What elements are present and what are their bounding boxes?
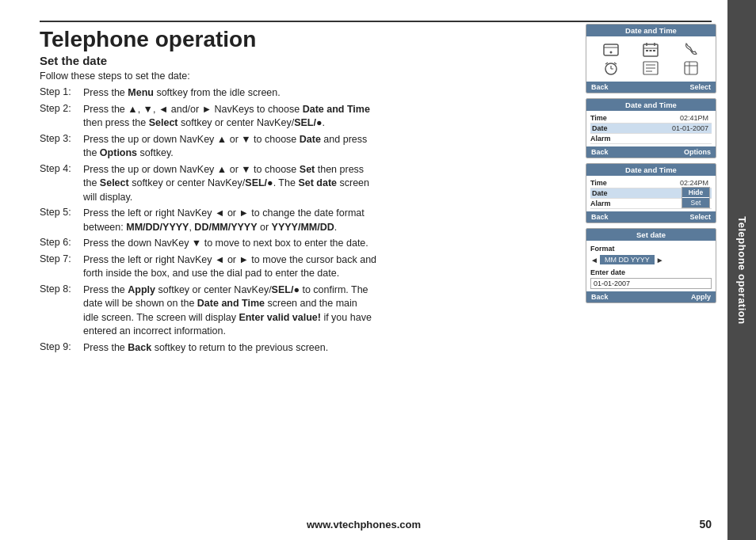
icon-cell-settings: [672, 60, 710, 76]
step-label: Step 6:: [40, 237, 83, 248]
screen3-body: Time 02:24PM Date Hide Set Alarm: [586, 176, 716, 211]
screen4-back[interactable]: Back: [591, 293, 609, 301]
ui-panel: Date and Time: [586, 24, 716, 303]
step-label: Step 4:: [40, 163, 83, 174]
screen1-mockup: Date and Time: [586, 24, 716, 93]
screen1-back[interactable]: Back: [591, 83, 609, 91]
screen4-apply[interactable]: Apply: [691, 293, 711, 301]
dt3-date-row: Date Hide Set: [590, 188, 712, 199]
dt3-time-value: 02:24PM: [680, 179, 708, 187]
icon-cell-phone: [592, 42, 630, 58]
icon-cell-list: [632, 60, 670, 76]
dropdown-set[interactable]: Set: [682, 198, 709, 207]
step-label: Step 5:: [40, 207, 83, 218]
sidebar-tab: Telephone operation: [727, 0, 756, 540]
dropdown-hide[interactable]: Hide: [682, 188, 709, 197]
step-text: Press the ▲, ▼, ◄ and/or ► NavKeys to ch…: [83, 103, 370, 131]
step-label: Step 3:: [40, 133, 83, 144]
step-text: Press the Menu softkey from the idle scr…: [83, 86, 281, 101]
step-label: Step 7:: [40, 253, 83, 264]
svg-rect-19: [685, 62, 697, 74]
svg-rect-7: [646, 50, 648, 51]
screen4-mockup: Set date Format ◄ MM DD YYYY ► Enter dat…: [586, 228, 716, 303]
screen2-back[interactable]: Back: [591, 148, 609, 156]
dt-time-value: 02:41PM: [680, 114, 708, 122]
screen1-body: [586, 36, 716, 82]
screen4-body: Format ◄ MM DD YYYY ► Enter date 01-01-2…: [586, 241, 716, 291]
dt3-date-label: Date: [592, 189, 622, 197]
page-number: 50: [699, 518, 712, 530]
dt-date-row: Date 01-01-2007: [590, 124, 712, 134]
format-row: ◄ MM DD YYYY ►: [590, 253, 712, 266]
screen3-back[interactable]: Back: [591, 213, 609, 221]
screen2-footer: Back Options: [586, 146, 716, 158]
screen3-select[interactable]: Select: [689, 213, 711, 221]
icon-cell-calendar: [632, 42, 670, 58]
right-arrow-icon[interactable]: ►: [656, 256, 664, 264]
screen3-footer: Back Select: [586, 211, 716, 222]
screen1-footer: Back Select: [586, 82, 716, 93]
svg-rect-0: [604, 44, 618, 55]
step-text: Press the down NavKey ▼ to move to next …: [83, 237, 368, 251]
svg-rect-8: [650, 50, 652, 51]
dropdown-menu: Hide Set: [682, 187, 710, 208]
screen2-header: Date and Time: [586, 99, 716, 111]
step-text: Press the Back softkey to return to the …: [83, 341, 328, 356]
dt-date-value: 01-01-2007: [672, 124, 708, 132]
dt-alarm-label: Alarm: [590, 135, 620, 143]
step-label: Step 2:: [40, 103, 83, 114]
step-label: Step 8:: [40, 283, 83, 295]
screen1-select[interactable]: Select: [689, 83, 711, 91]
step-label: Step 9:: [40, 341, 83, 352]
svg-rect-9: [653, 50, 655, 51]
screen3-header: Date and Time: [586, 164, 716, 176]
icon-grid: [590, 39, 712, 79]
enter-date-box[interactable]: 01-01-2007: [590, 278, 712, 289]
format-value: MM DD YYYY: [600, 255, 655, 264]
screen4-footer: Back Apply: [586, 291, 716, 302]
dt3-alarm-label: Alarm: [590, 200, 620, 207]
dt3-time-label: Time: [590, 179, 620, 187]
step-text: Press the up or down NavKey ▲ or ▼ to ch…: [83, 133, 367, 161]
enter-date-label: Enter date: [590, 268, 712, 276]
sidebar-label: Telephone operation: [736, 216, 748, 324]
screen1-header: Date and Time: [586, 25, 716, 36]
dt-date-label: Date: [592, 124, 622, 132]
format-label: Format: [590, 243, 712, 253]
icon-cell-alarm: [592, 60, 630, 76]
svg-point-2: [609, 51, 612, 54]
step-label: Step 1:: [40, 86, 83, 97]
dt-time-label: Time: [590, 114, 620, 122]
step-text: Press the left or right NavKey ◄ or ► to…: [83, 207, 365, 234]
screen2-body: Time 02:41PM Date 01-01-2007 Alarm: [586, 111, 716, 146]
dt-alarm-row: Alarm: [590, 134, 712, 144]
screen2-mockup: Date and Time Time 02:41PM Date 01-01-20…: [586, 98, 716, 158]
footer-url: www.vtechphones.com: [0, 519, 727, 530]
screen2-options[interactable]: Options: [684, 148, 711, 156]
step-text: Press the up or down NavKey ▲ or ▼ to ch…: [83, 163, 369, 205]
step-row: Step 9: Press the Back softkey to return…: [40, 341, 712, 356]
dt-time-row: Time 02:41PM: [590, 113, 712, 124]
screen4-header: Set date: [586, 229, 716, 241]
left-arrow-icon[interactable]: ◄: [590, 256, 598, 264]
step-text: Press the Apply softkey or center NavKey…: [83, 283, 372, 339]
step-text: Press the left or right NavKey ◄ or ► to…: [83, 253, 376, 281]
screen3-mockup: Date and Time Time 02:24PM Date Hide Set…: [586, 163, 716, 223]
icon-cell-phone2: [672, 42, 710, 58]
